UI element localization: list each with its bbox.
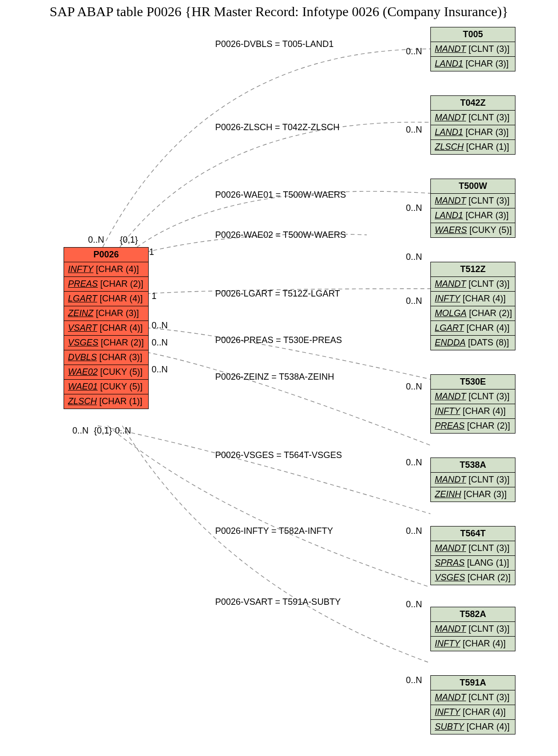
entity-t005: T005 MANDT [CLNT (3)] LAND1 [CHAR (3)] (430, 27, 515, 71)
card-left: 0..N (152, 365, 168, 375)
page-title: SAP ABAP table P0026 {HR Master Record: … (0, 4, 558, 20)
card-right: 0..N (406, 599, 422, 610)
card-left: {0,1} (94, 426, 112, 436)
card-left: 0..N (152, 338, 168, 348)
rel-label: P0026-ZEINZ = T538A-ZEINH (215, 372, 334, 382)
rel-label: P0026-VSGES = T564T-VSGES (215, 450, 342, 460)
card-left: 1 (152, 291, 156, 301)
card-right: 0..N (406, 46, 422, 57)
card-left: 0..N (72, 426, 89, 436)
card-right: 0..N (406, 382, 422, 392)
entity-t538a: T538A MANDT [CLNT (3)] ZEINH [CHAR (3)] (430, 458, 515, 502)
entity-t564t: T564T MANDT [CLNT (3)] SPRAS [LANG (1)] … (430, 526, 515, 585)
rel-label: P0026-PREAS = T530E-PREAS (215, 335, 342, 345)
entity-t591a: T591A MANDT [CLNT (3)] INFTY [CHAR (4)] … (430, 675, 515, 734)
card-right: 0..N (406, 125, 422, 135)
entity-t042z: T042Z MANDT [CLNT (3)] LAND1 [CHAR (3)] … (430, 95, 515, 155)
rel-label: P0026-WAE01 = T500W-WAERS (215, 190, 346, 200)
entity-header: P0026 (64, 248, 148, 262)
entity-t530e: T530E MANDT [CLNT (3)] INFTY [CHAR (4)] … (430, 374, 515, 434)
entity-t500w: T500W MANDT [CLNT (3)] LAND1 [CHAR (3)] … (430, 179, 515, 238)
rel-label: P0026-LGART = T512Z-LGART (215, 289, 340, 299)
card-right: 0..N (406, 252, 422, 262)
rel-label: P0026-DVBLS = T005-LAND1 (215, 39, 334, 49)
card-right: 0..N (406, 526, 422, 536)
card-left: 1 (149, 247, 154, 257)
rel-label: P0026-ZLSCH = T042Z-ZLSCH (215, 122, 339, 133)
card-right: 0..N (406, 203, 422, 213)
card-left: 0..N (88, 235, 104, 245)
card-right: 0..N (406, 296, 422, 306)
entity-t582a: T582A MANDT [CLNT (3)] INFTY [CHAR (4)] (430, 607, 515, 651)
entity-p0026: P0026 INFTY [CHAR (4)] PREAS [CHAR (2)] … (64, 247, 149, 409)
card-left: 0..N (115, 426, 131, 436)
entity-t512z: T512Z MANDT [CLNT (3)] INFTY [CHAR (4)] … (430, 262, 515, 350)
card-left: {0,1} (120, 235, 138, 245)
rel-label: P0026-VSART = T591A-SUBTY (215, 597, 341, 607)
card-right: 0..N (406, 675, 422, 686)
rel-label: P0026-WAE02 = T500W-WAERS (215, 230, 346, 240)
card-left: 0..N (152, 321, 168, 331)
card-right: 0..N (406, 458, 422, 468)
rel-label: P0026-INFTY = T582A-INFTY (215, 526, 333, 536)
